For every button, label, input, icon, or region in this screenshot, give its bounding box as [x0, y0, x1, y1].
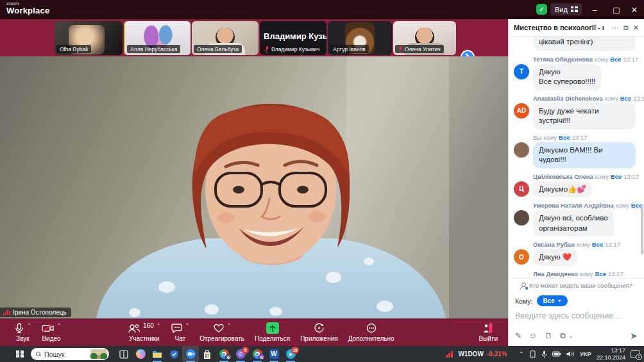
apps-button[interactable]: Приложения: [295, 318, 343, 346]
start-button[interactable]: [12, 346, 28, 362]
main-speaker-video: Ірина Остополець: [0, 56, 508, 318]
tray-mic-icon[interactable]: [541, 350, 547, 358]
leave-label: Выйти: [479, 335, 498, 342]
send-button[interactable]: ➤: [630, 331, 638, 341]
leave-button[interactable]: Выйти: [473, 318, 503, 346]
participants-chevron[interactable]: ⌃: [157, 323, 161, 329]
video-chevron[interactable]: ⌃: [57, 323, 62, 329]
message-input[interactable]: Введите здесь сообщение...: [509, 308, 644, 322]
stock-down-icon: [446, 351, 455, 358]
more-label: Дополнительно: [348, 335, 394, 342]
chrome-profile2-button[interactable]: n: [249, 346, 266, 362]
chat-message: Anastasiia DichenskovaкомуВсе13:17 ADБуд…: [514, 95, 638, 129]
telegram-button[interactable]: ➤ 19: [282, 346, 299, 362]
participant-tile[interactable]: Олена Улитич: [393, 21, 456, 55]
security-shield-icon[interactable]: ✓: [536, 4, 547, 15]
participants-button[interactable]: 160⌃ Участники: [123, 318, 165, 346]
notification-center-button[interactable]: 1: [631, 350, 640, 358]
screenshot-chevron[interactable]: ⌄: [568, 333, 573, 339]
muted-mic-icon: [398, 46, 403, 52]
more-button[interactable]: Дополнительно: [343, 318, 400, 346]
mic-icon: [14, 323, 24, 333]
chat-message-list[interactable]: цікавий тренінг) Тетяна ОбидєнновакомуВс…: [509, 37, 644, 278]
chat-label: Чат: [175, 335, 186, 342]
file-explorer-button[interactable]: [149, 346, 165, 362]
privacy-note[interactable]: Кто может видеть ваши сообщения?: [509, 278, 644, 292]
speaker-icon[interactable]: [566, 350, 575, 358]
clock-date: 22.10.2024: [597, 354, 625, 361]
viber-button[interactable]: ✆ 5: [232, 346, 249, 362]
chat-scrollbar[interactable]: [641, 204, 643, 254]
stock-ticker-widget[interactable]: W1DOW -0.31%: [446, 350, 507, 358]
chrome-profile-badge: n: [258, 354, 265, 360]
view-button[interactable]: Вид: [550, 3, 582, 15]
taskbar-clock[interactable]: 13:17 22.10.2024: [597, 347, 625, 361]
participant-tile[interactable]: Алла Нерубасська: [124, 21, 191, 55]
ms-store-button[interactable]: [199, 346, 216, 362]
chat-bubble: Буду дуже чекати зустрічі!!!: [533, 103, 636, 129]
taskbar-search[interactable]: Пошук: [31, 348, 109, 360]
attach-file-icon[interactable]: 🗋: [545, 331, 552, 340]
chat-message: ВыкомуВсе13:17 Дякуємо ВАМ!!! Ви чудові!…: [514, 134, 638, 169]
share-button[interactable]: Поделиться: [250, 318, 295, 346]
format-icon[interactable]: ✎: [515, 331, 521, 340]
participant-name: Олена Бальбуза: [197, 46, 239, 53]
audio-button[interactable]: ⌃ Звук: [9, 318, 37, 346]
close-button[interactable]: ✕: [623, 0, 644, 19]
word-button[interactable]: W: [266, 346, 282, 362]
copilot-button[interactable]: [132, 346, 149, 362]
task-view-button[interactable]: [115, 346, 132, 362]
chat-close-icon[interactable]: ✕: [633, 24, 639, 32]
recipient-dropdown[interactable]: Все▼: [537, 295, 567, 306]
meeting-toolbar: ⌃ Звук ⌃ Видео 160⌃ Участники ⌃ Чат ⌃ От…: [0, 318, 508, 346]
participant-tile[interactable]: Олена Бальбуза: [192, 21, 258, 55]
system-tray: ⌃ УКР 13:17 22.10.2024 1: [519, 347, 640, 361]
shield-app-icon: [170, 350, 178, 359]
view-label: Вид: [555, 6, 568, 13]
zoom-app-button[interactable]: [182, 346, 199, 362]
language-indicator[interactable]: УКР: [580, 350, 591, 358]
chat-message: Оксана РубанкомуВсе13:17 ОДякую ❤️: [514, 241, 638, 266]
to-label: Кому:: [515, 297, 532, 305]
minimize-button[interactable]: –: [584, 0, 606, 19]
word-icon: W: [269, 349, 279, 359]
sender-name: Яна Деміденко: [533, 270, 578, 277]
chat-bubble: Дякуємо ВАМ!!! Ви чудові!!!: [533, 142, 636, 169]
chat-more-icon[interactable]: ⋯: [612, 24, 619, 32]
chat-bubble: Дякую Все суперово!!!!!: [533, 64, 601, 90]
chrome-button[interactable]: o: [216, 346, 232, 362]
audience: Все: [559, 134, 570, 141]
audio-chevron[interactable]: ⌃: [27, 323, 31, 329]
battery-icon[interactable]: [552, 351, 561, 357]
chat-button[interactable]: ⌃ Чат: [166, 318, 195, 346]
phone-link-icon[interactable]: [529, 350, 536, 358]
video-button[interactable]: ⌃ Видео: [37, 318, 67, 346]
react-button[interactable]: ⌃ Отреагировать: [194, 318, 250, 346]
react-chevron[interactable]: ⌃: [227, 323, 232, 329]
notification-badge: 1: [636, 354, 642, 360]
security-app-button[interactable]: [165, 346, 182, 362]
search-placeholder: Пошук: [44, 350, 87, 358]
chat-bubble: цікавий тренінг): [533, 37, 636, 51]
participant-tile[interactable]: Владимир Кузь... Владимир Кузьмич: [260, 21, 326, 55]
speaker-video-frame: [0, 56, 508, 318]
sender-name: Умерова Наталя Андріївна: [533, 202, 614, 209]
participant-tile[interactable]: Артур Іванов: [328, 21, 392, 55]
task-view-icon: [119, 350, 128, 359]
composer-toolbar: ✎ ☺ 🗋 ⧉ ⌄ ➤: [509, 322, 644, 346]
tray-chevron-icon[interactable]: ⌃: [519, 350, 524, 358]
screenshot-icon[interactable]: ⧉: [560, 331, 566, 340]
copilot-icon: [136, 349, 146, 359]
search-icon: [36, 352, 41, 357]
participants-count: 160: [143, 322, 154, 329]
zoom-app-icon: [186, 349, 196, 359]
chat-chevron[interactable]: ⌃: [185, 323, 190, 329]
emoji-icon[interactable]: ☺: [529, 331, 537, 340]
audio-label: Звук: [16, 335, 30, 342]
message-time: 13:17: [623, 173, 639, 180]
participant-tile[interactable]: Olha Rybak: [55, 21, 123, 55]
message-time: 13:17: [608, 270, 623, 277]
recipient-row: Кому: Все▼: [509, 292, 644, 308]
chat-popout-icon[interactable]: ⧉: [623, 24, 629, 32]
message-time: 13:17: [623, 56, 638, 63]
